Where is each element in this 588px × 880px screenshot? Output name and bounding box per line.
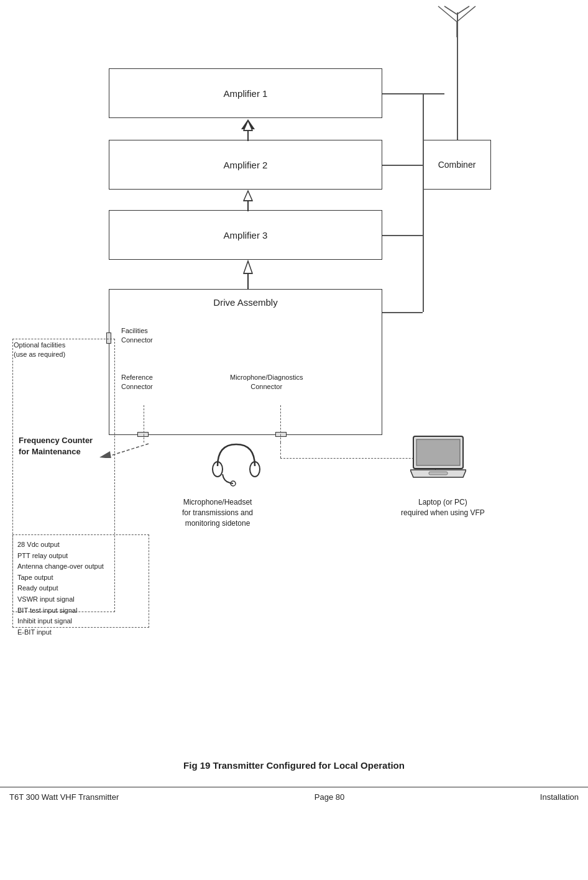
facilities-list-item: Inhibit input signal [17,616,104,627]
ref-dashed-line [144,405,144,442]
svg-marker-10 [244,191,252,201]
amplifier2-box: Amplifier 2 [109,140,382,190]
footer-page: Page 80 [315,792,344,802]
mic-diag-connector-label: Microphone/Diagnostics Connector [230,373,303,392]
combiner-antenna-line [457,12,458,140]
svg-rect-22 [429,472,448,475]
svg-marker-16 [99,451,111,458]
laptop-area [410,435,466,480]
optional-facilities-label: Optional facilities (use as required) [14,341,65,360]
facilities-list-item: PTT relay output [17,551,104,562]
combiner-label: Combiner [438,160,476,170]
mic-connector-port [275,432,287,437]
arrow1 [241,119,255,141]
facilities-list: 28 Vdc outputPTT relay outputAntenna cha… [17,539,104,638]
facilities-connector-label: Facilities Connector [121,326,153,346]
svg-line-15 [109,444,149,456]
headset-icon [211,438,261,488]
amplifier2-label: Amplifier 2 [224,160,268,170]
mic-headset-label: Microphone/Headset for transmissions and… [182,497,253,528]
ref-freq-arrow-svg [96,442,149,458]
amplifier1-label: Amplifier 1 [224,88,268,99]
drive-combiner-line [382,312,423,313]
facilities-list-item: VSWR input signal [17,594,104,605]
facilities-list-item: Tape output [17,572,104,584]
reference-connector-port [137,432,149,437]
facilities-list-item: E-BIT input [17,627,104,638]
amplifier3-label: Amplifier 3 [224,230,268,241]
amp1-combiner-line [382,93,444,94]
fig-caption: Fig 19 Transmitter Configured for Local … [0,760,588,771]
arrow3-svg [241,260,255,291]
mic-dashed-line [280,405,281,442]
svg-marker-13 [244,261,252,273]
footer-section: Installation [540,792,579,802]
facilities-list-item: Ready output [17,583,104,594]
arrow3 [241,260,255,291]
mic-headset-dashed-line [280,442,281,458]
drive-assembly-box: Drive Assembly [109,289,382,435]
amplifier3-box: Amplifier 3 [109,210,382,260]
amp3-combiner-line [382,235,423,236]
freq-counter-label: Frequency Counter for Maintenance [19,435,93,457]
vert-ext-line [423,235,424,312]
svg-rect-21 [416,439,460,465]
drive-assembly-label: Drive Assembly [109,297,382,308]
laptop-label: Laptop (or PC) required when using VFP [401,497,485,518]
arrow2 [241,190,255,211]
footer-title: T6T 300 Watt VHF Transmitter [9,792,119,802]
arrow-ref-freq [96,442,149,460]
footer: T6T 300 Watt VHF Transmitter Page 80 Ins… [0,787,588,802]
combiner-box: Combiner [423,140,491,190]
arrow2-svg [241,190,255,211]
arrow1-svg [241,119,255,141]
facilities-list-item: 28 Vdc output [17,539,104,551]
mic-headset-area [211,438,261,490]
laptop-icon [410,435,466,479]
reference-connector-label: Reference Connector [121,373,153,392]
facilities-list-item: BIT test input signal [17,605,104,616]
amp2-combiner-line [382,165,423,166]
amplifier1-box: Amplifier 1 [109,68,382,118]
main-diagram: Amplifier 1 Amplifier 2 Amplifier 3 [0,0,588,808]
facilities-list-item: Antenna change-over output [17,561,104,572]
